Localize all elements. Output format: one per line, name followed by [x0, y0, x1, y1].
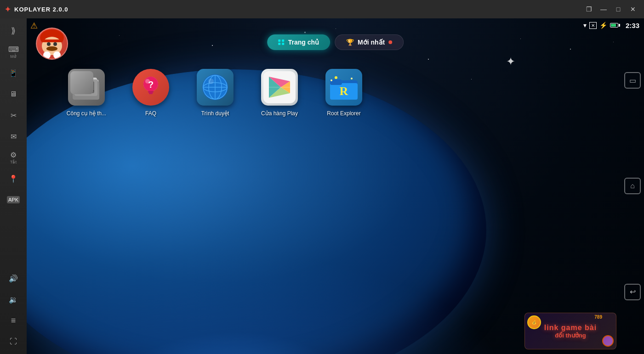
tab-bar: Trang chủ 🏆 Mới nhất: [267, 34, 404, 50]
mario-avatar-image: [37, 28, 67, 59]
app-system-tools[interactable]: Công cụ hệ th...: [63, 69, 109, 118]
nav-back-button[interactable]: ↩: [624, 284, 641, 300]
sidebar-scissors-button[interactable]: ✂: [3, 105, 23, 125]
battery-icon: [610, 23, 620, 28]
volume-down-icon: 🔉: [9, 295, 18, 304]
svg-rect-12: [78, 81, 94, 93]
browser-icon: [197, 69, 234, 106]
sidebar-keyboard-button[interactable]: ⌨ Mở: [3, 42, 23, 62]
phone-icon: 📱: [9, 69, 18, 78]
expand-icon: ⟫: [11, 26, 16, 36]
charging-icon: ⚡: [599, 22, 607, 29]
nav-rectangle-button[interactable]: ▭: [624, 72, 641, 89]
back-icon: ↩: [630, 287, 636, 296]
svg-point-3: [47, 42, 51, 46]
svg-rect-13: [79, 82, 93, 92]
svg-marker-14: [80, 85, 88, 91]
settings-label: Tắt: [10, 160, 17, 164]
svg-marker-15: [85, 84, 94, 91]
faq-icon: ?: [132, 69, 169, 106]
play-store-icon: [261, 69, 298, 106]
status-bar: ▾ ✕ ⚡ 2:33: [27, 18, 644, 32]
volume-up-icon: 🔊: [9, 274, 18, 283]
sidebar: ⟫ ⌨ Mở 📱 🖥 ✂ ✉ ⚙ Tắt 📍 APK 🔊: [0, 18, 27, 354]
restore-button[interactable]: ❐: [582, 3, 595, 16]
keyboard-label: Mở: [10, 55, 17, 59]
home-tab-label: Trang chủ: [288, 39, 319, 46]
sidebar-volume-down-button[interactable]: 🔉: [3, 289, 23, 309]
casino-chip-2: [602, 335, 614, 347]
system-tools-svg: [70, 71, 103, 103]
play-store-svg: [263, 71, 296, 103]
home-icon: ⌂: [630, 182, 635, 190]
nav-home-button[interactable]: ⌂: [624, 178, 641, 194]
svg-text:?: ?: [148, 79, 154, 90]
svg-point-44: [331, 79, 332, 81]
sidebar-settings-button[interactable]: ⚙ Tắt: [3, 147, 23, 168]
koplayer-icon: ✦: [5, 5, 11, 14]
sidebar-expand-button[interactable]: ⟫: [3, 21, 23, 41]
app-browser[interactable]: Trình duyệt: [192, 69, 238, 118]
ad-text-line1: link game bài: [544, 324, 597, 332]
ad-banner[interactable]: 💰 789 link game bài đổi thưởng: [524, 313, 616, 349]
tab-home[interactable]: Trang chủ: [267, 34, 330, 50]
home-tab-grid-icon: [278, 39, 285, 45]
rectangle-icon: ▭: [629, 76, 636, 85]
sidebar-message-button[interactable]: ✉: [3, 126, 23, 146]
svg-point-6: [43, 51, 51, 59]
root-explorer-svg: R: [328, 71, 360, 103]
browser-svg: [199, 71, 231, 103]
title-bar-left: ✦ KOPLAYER 2.0.0: [5, 5, 68, 14]
svg-rect-2: [41, 39, 63, 42]
apk-icon: APK: [7, 196, 20, 203]
maximize-button[interactable]: □: [612, 3, 625, 16]
app-grid: Công cụ hệ th... ?: [63, 69, 367, 118]
svg-point-5: [46, 46, 57, 51]
casino-chip-1: 💰: [527, 315, 541, 329]
browser-label: Trình duyệt: [201, 110, 229, 118]
svg-point-16: [80, 84, 84, 88]
earth-glow: [27, 253, 509, 354]
svg-point-43: [351, 78, 353, 79]
close-button[interactable]: ✕: [627, 3, 639, 16]
tab-newest[interactable]: 🏆 Mới nhất: [335, 34, 404, 50]
app-title: KOPLAYER 2.0.0: [14, 6, 68, 13]
window-controls: ❐ — □ ✕: [582, 3, 639, 16]
sidebar-volume-up-button[interactable]: 🔊: [3, 268, 23, 288]
sidebar-fullscreen-button[interactable]: ⛶: [3, 332, 23, 352]
svg-point-42: [335, 76, 337, 79]
system-tools-label: Công cụ hệ th...: [67, 110, 106, 118]
sidebar-apk-button[interactable]: APK: [3, 190, 23, 210]
main-container: ⟫ ⌨ Mở 📱 🖥 ✂ ✉ ⚙ Tắt 📍 APK 🔊: [0, 18, 644, 354]
message-icon: ✉: [11, 132, 17, 141]
sparkle-decoration: ✦: [506, 55, 515, 68]
sidebar-location-button[interactable]: 📍: [3, 169, 23, 189]
title-bar: ✦ KOPLAYER 2.0.0 ❐ — □ ✕: [0, 0, 644, 18]
keyboard-icon: ⌨: [8, 45, 19, 54]
minimize-button[interactable]: —: [597, 3, 610, 16]
android-screen[interactable]: ✦ ⚠ ▾ ✕ ⚡ 2:33: [27, 18, 644, 354]
system-tools-icon: [68, 69, 105, 106]
svg-point-7: [53, 51, 61, 59]
ad-text-line2: đổi thưởng: [555, 332, 586, 339]
faq-svg: ?: [135, 71, 167, 103]
newest-badge: [388, 40, 392, 44]
sidebar-phone-button[interactable]: 📱: [3, 63, 23, 83]
wifi-icon: ▾: [583, 22, 587, 29]
svg-point-4: [53, 42, 57, 46]
play-store-label: Cửa hàng Play: [261, 110, 298, 118]
location-icon: 📍: [9, 174, 18, 183]
profile-avatar[interactable]: [36, 28, 68, 60]
svg-point-30: [208, 79, 214, 84]
app-faq[interactable]: ? FAQ: [128, 69, 174, 118]
sidebar-menu-button[interactable]: ≡: [3, 310, 23, 331]
svg-rect-22: [149, 93, 153, 94]
app-root-explorer[interactable]: R Root Explorer: [321, 69, 367, 118]
sidebar-screen-button[interactable]: 🖥: [3, 84, 23, 104]
root-explorer-label: Root Explorer: [327, 110, 360, 118]
menu-icon: ≡: [11, 316, 16, 326]
app-play-store[interactable]: Cửa hàng Play: [256, 69, 302, 118]
fullscreen-icon: ⛶: [10, 337, 17, 346]
newest-tab-label: Mới nhất: [358, 39, 385, 46]
svg-rect-21: [148, 91, 154, 93]
